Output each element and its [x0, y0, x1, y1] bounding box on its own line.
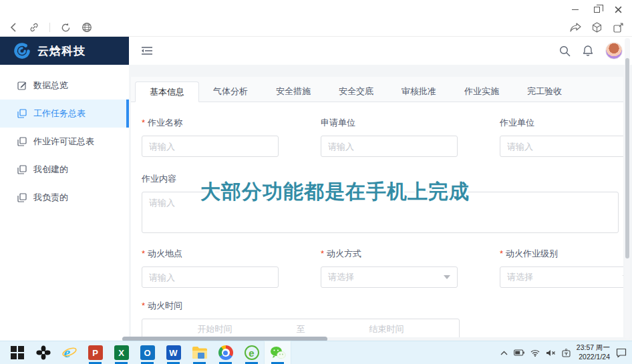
taskbar-chrome-button[interactable] — [212, 341, 239, 364]
taskbar-powerpoint-button[interactable]: P — [82, 341, 108, 364]
taskbar-word-button[interactable]: W — [160, 341, 186, 364]
close-button[interactable] — [609, 3, 627, 16]
range-separator: 至 — [287, 323, 314, 335]
tab-work-execution[interactable]: 作业实施 — [450, 81, 513, 102]
outlook-icon: O — [140, 345, 155, 360]
tray-expand-icon[interactable] — [500, 351, 508, 355]
taskbar-wechat-button[interactable] — [265, 341, 291, 364]
fire-time-label: 动火时间 — [142, 300, 623, 312]
bell-icon — [583, 45, 593, 57]
browser-toolbar — [0, 19, 632, 37]
collapse-menu-button[interactable] — [141, 45, 153, 56]
sidebar-item-data-overview[interactable]: 数据总览 — [0, 71, 129, 100]
tab-gas-analysis[interactable]: 气体分析 — [199, 81, 262, 102]
taskbar-browser-360-button[interactable]: e — [239, 341, 265, 364]
internet-explorer-icon: e — [61, 345, 77, 361]
job-content-label: 作业内容 — [142, 173, 623, 185]
globe-button[interactable] — [81, 21, 93, 33]
volume-muted-icon[interactable] — [546, 349, 556, 357]
link-icon — [29, 22, 39, 33]
refresh-icon — [61, 23, 71, 33]
taskbar-excel-button[interactable]: X — [108, 341, 134, 364]
taskbar-internet-explorer-button[interactable]: e — [56, 341, 82, 364]
capture-button[interactable] — [612, 21, 624, 33]
file-explorer-icon — [192, 346, 208, 359]
wechat-icon — [270, 346, 286, 360]
tab-completion-acceptance[interactable]: 完工验收 — [513, 81, 576, 102]
main-area: 基本信息 气体分析 安全措施 安全交底 审核批准 作业实施 完工验收 作业名称 — [129, 37, 632, 341]
apply-unit-label: 申请单位 — [321, 117, 500, 129]
job-name-input[interactable] — [142, 136, 279, 157]
minimize-button[interactable] — [567, 3, 584, 16]
sidebar: 云焓科技 数据总览 工作任务总表 作业许可证总表 我创建的 — [0, 37, 129, 341]
vertical-scrollbar[interactable] — [625, 38, 630, 339]
copy-icon — [17, 165, 27, 174]
share-button[interactable] — [569, 21, 581, 33]
chevron-down-icon — [623, 275, 623, 279]
globe-icon — [82, 22, 92, 33]
restore-icon — [594, 7, 600, 13]
tab-safety-measures[interactable]: 安全措施 — [262, 81, 325, 102]
sidebar-item-label: 我负责的 — [33, 192, 68, 204]
sidebar-menu: 数据总览 工作任务总表 作业许可证总表 我创建的 我负责的 — [0, 65, 129, 212]
taskbar-clock[interactable]: 23:57 周一 2022/1/24 — [577, 343, 610, 361]
minimize-icon — [572, 9, 579, 10]
link-button[interactable] — [28, 21, 40, 33]
fire-place-input[interactable] — [142, 266, 279, 288]
window-titlebar — [0, 0, 632, 19]
app-header — [129, 37, 632, 65]
taskbar-file-explorer-button[interactable] — [186, 341, 212, 364]
pinwheel-app-icon — [36, 345, 51, 360]
sidebar-item-work-permits[interactable]: 作业许可证总表 — [0, 128, 129, 156]
sidebar-item-created-by-me[interactable]: 我创建的 — [0, 156, 129, 184]
screen: 云焓科技 数据总览 工作任务总表 作业许可证总表 我创建的 — [0, 0, 632, 364]
range-end-placeholder: 结束时间 — [314, 323, 459, 335]
cube-button[interactable] — [591, 21, 603, 33]
sidebar-item-label: 工作任务总表 — [33, 108, 86, 120]
wifi-icon[interactable] — [530, 349, 540, 357]
brand: 云焓科技 — [0, 37, 129, 65]
action-center-icon[interactable] — [616, 348, 627, 358]
vertical-scrollbar-thumb[interactable] — [625, 58, 629, 258]
ime-icon[interactable] — [562, 349, 571, 357]
sidebar-item-owned-by-me[interactable]: 我负责的 — [0, 184, 129, 212]
job-name-label: 作业名称 — [142, 117, 321, 129]
fire-time-range-picker[interactable]: 开始时间 至 结束时间 — [142, 319, 460, 337]
tab-basic-info[interactable]: 基本信息 — [135, 81, 199, 102]
sidebar-item-work-tasks[interactable]: 工作任务总表 — [0, 100, 129, 128]
system-tray: 23:57 周一 2022/1/24 — [500, 341, 632, 364]
chevron-down-icon — [444, 275, 450, 279]
taskbar-pinwheel-app-button[interactable] — [30, 341, 56, 364]
fire-level-select[interactable]: 请选择 — [500, 266, 623, 288]
taskbar-outlook-button[interactable]: O — [134, 341, 160, 364]
work-unit-input[interactable] — [500, 136, 623, 157]
cube-icon — [592, 22, 602, 33]
tab-safety-briefing[interactable]: 安全交底 — [325, 81, 387, 102]
copy-icon — [17, 137, 27, 146]
job-content-textarea[interactable] — [142, 192, 619, 233]
back-button[interactable] — [7, 21, 19, 33]
clock-time: 23:57 周一 — [577, 343, 610, 353]
tabs-bar: 基本信息 气体分析 安全措施 安全交底 审核批准 作业实施 完工验收 — [131, 77, 623, 102]
back-icon — [10, 23, 16, 32]
fire-method-select[interactable]: 请选择 — [321, 266, 458, 288]
close-icon — [615, 6, 622, 13]
clock-date: 2022/1/24 — [577, 353, 610, 362]
restore-button[interactable] — [588, 3, 605, 16]
battery-icon[interactable] — [514, 349, 524, 356]
fire-method-label: 动火方式 — [321, 248, 500, 260]
range-start-placeholder: 开始时间 — [142, 323, 287, 335]
basic-info-form: 作业名称 申请单位 作业单位 — [131, 102, 623, 337]
tab-review-approval[interactable]: 审核批准 — [387, 81, 450, 102]
taskbar-windows-start-button[interactable] — [4, 341, 30, 364]
copy-icon — [17, 109, 27, 118]
content-area: 基本信息 气体分析 安全措施 安全交底 审核批准 作业实施 完工验收 作业名称 — [129, 65, 632, 341]
share-icon — [570, 23, 581, 32]
notifications-button[interactable] — [583, 45, 593, 57]
user-avatar[interactable] — [605, 42, 623, 59]
refresh-button[interactable] — [59, 21, 71, 33]
apply-unit-input[interactable] — [321, 136, 458, 157]
brand-logo-icon — [13, 42, 31, 59]
search-button[interactable] — [559, 45, 571, 57]
sidebar-item-label: 作业许可证总表 — [33, 136, 94, 148]
